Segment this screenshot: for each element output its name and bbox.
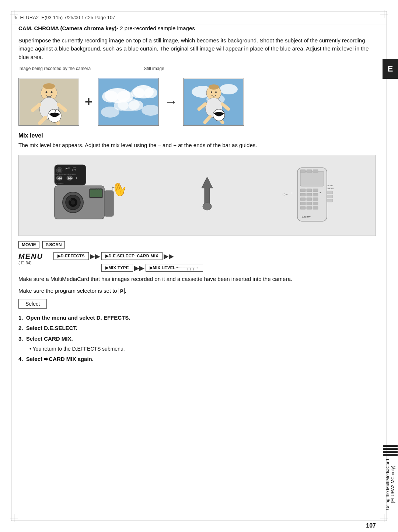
svg-point-30: [215, 91, 217, 93]
para-make-sure-1: Make sure a MultiMediaCard that has imag…: [18, 275, 376, 284]
arrow-double-3: ▶▶: [134, 264, 144, 272]
svg-rect-90: [327, 191, 333, 194]
svg-text:FRE SEARCH: FRE SEARCH: [55, 183, 64, 185]
camera-diagram-svg: ▶/II ON/ OFF SLIDE SHOW CARD E.EFFECTS ◀…: [53, 163, 132, 227]
arrow-sign: →: [164, 94, 178, 109]
menu-item-3: ▶MIX TYPE: [101, 264, 133, 272]
svg-text:▶▶: ▶▶: [68, 177, 73, 180]
svg-text:OFF: OFF: [72, 169, 76, 171]
steps-list: 1. Open the menu and select D. EFFECTS. …: [18, 314, 376, 364]
svg-rect-91: [327, 195, 333, 198]
svg-text:↑: ↑: [111, 184, 115, 192]
svg-point-3: [45, 91, 47, 93]
svg-rect-73: [313, 189, 318, 192]
svg-rect-58: [104, 191, 114, 216]
diagram-box: ▶/II ON/ OFF SLIDE SHOW CARD E.EFFECTS ◀…: [18, 155, 376, 236]
svg-rect-85: [313, 206, 318, 209]
mode-buttons: MOVIE P.SCAN: [18, 241, 376, 248]
svg-rect-72: [307, 189, 312, 192]
menu-sub: ( ☐ 34): [18, 261, 48, 265]
sky-svg: [99, 79, 158, 125]
svg-text:+: +: [320, 191, 321, 194]
effects-row-1: ▶D.EFFECTS ▶▶ ▶D.E.SELECT··CARD MIX ▶▶: [53, 252, 203, 260]
svg-rect-68: [300, 170, 306, 173]
svg-point-54: [71, 200, 75, 205]
svg-rect-92: [327, 199, 333, 202]
page-number: 107: [366, 522, 376, 529]
svg-point-17: [144, 88, 157, 98]
step-2: 2. Select D.E.SELECT.: [18, 324, 376, 333]
svg-text:◀◀: ◀◀: [57, 177, 62, 180]
image-baby-original: [18, 78, 79, 126]
pscan-btn: P.SCAN: [42, 241, 65, 248]
svg-point-16: [131, 88, 144, 98]
svg-rect-77: [300, 198, 306, 201]
menu-item-4: ▶MIX LEVEL···─┬┬┬┬→: [146, 264, 203, 272]
svg-text:– CARD +: – CARD +: [283, 193, 288, 196]
image-result: [183, 78, 244, 126]
svg-rect-76: [313, 193, 318, 196]
svg-rect-57: [90, 189, 102, 197]
sidebar-lines: [383, 445, 398, 457]
tab-e: E: [383, 59, 398, 79]
arrow-double-1: ▶▶: [90, 252, 100, 260]
svg-point-61: [95, 188, 97, 189]
menu-item-1: ▶D.EFFECTS: [53, 252, 89, 260]
svg-point-13: [102, 91, 118, 102]
remote-item: Canon – CARD + SLIDE SHOW – +: [283, 166, 342, 225]
svg-point-29: [211, 91, 212, 93]
intro-para: CAM. CHROMA (Camera chroma key)- 2 pre-r…: [18, 24, 376, 33]
svg-rect-82: [313, 202, 318, 205]
svg-rect-69: [307, 170, 312, 173]
sidebar-rotated-text: Using the MultiMediaCard (ELURA2 MC only…: [385, 459, 396, 510]
svg-rect-80: [300, 202, 306, 205]
baby-svg-2: [184, 79, 243, 125]
bullet-text: You return to the D.EFFECTS submenu.: [29, 346, 125, 352]
svg-text:SLIDE: SLIDE: [327, 184, 333, 187]
label-right: Still image: [144, 66, 164, 71]
header-text: 5_ELURA2_E(93-115) 7/25/00 17:25 Page 10…: [15, 15, 383, 20]
image-sky: [98, 78, 159, 126]
svg-point-25: [219, 84, 238, 94]
svg-rect-83: [300, 206, 306, 209]
movie-btn: MOVIE: [18, 241, 39, 248]
svg-text:ON/: ON/: [72, 166, 76, 168]
main-content: CAM. CHROMA (Camera chroma key)- 2 pre-r…: [18, 24, 376, 510]
svg-rect-70: [313, 170, 318, 173]
step-1: 1. Open the menu and select D. EFFECTS.: [18, 314, 376, 322]
step-3: 3. Select CARD MIX.: [18, 335, 376, 343]
label-left: Image being recorded by the camera: [18, 66, 91, 71]
plus-sign: +: [85, 94, 92, 109]
svg-point-39: [57, 168, 61, 172]
svg-rect-75: [307, 193, 312, 196]
baby-svg-1: [20, 79, 78, 125]
intro-bold: CAM. CHROMA (Camera chroma key): [18, 25, 116, 31]
svg-text:SLIDE SHOW CARD E.EFFECTS: SLIDE SHOW CARD E.EFFECTS: [54, 173, 76, 175]
svg-point-21: [101, 107, 119, 118]
para1: Superimpose the currently recording imag…: [18, 36, 376, 62]
svg-rect-79: [313, 198, 318, 201]
svg-point-2: [43, 83, 55, 89]
svg-rect-84: [307, 206, 312, 209]
svg-rect-78: [307, 198, 312, 201]
hand-item: [192, 175, 222, 216]
mix-para: The mix level bar appears. Adjust the mi…: [18, 141, 376, 150]
camera-item: ▶/II ON/ OFF SLIDE SHOW CARD E.EFFECTS ◀…: [53, 163, 132, 227]
svg-point-65: [203, 203, 212, 210]
step-3-sub: You return to the D.EFFECTS submenu.: [29, 345, 376, 353]
mix-level-title: Mix level: [18, 132, 376, 139]
svg-rect-81: [307, 202, 312, 205]
arrow-double-2: ▶▶: [164, 252, 174, 260]
svg-marker-64: [202, 177, 213, 205]
step-4: 4. Select ➨CARD MIX again.: [18, 355, 376, 364]
svg-text:+: +: [76, 176, 77, 180]
svg-rect-67: [300, 171, 324, 186]
menu-label: MENU: [18, 252, 43, 261]
crosshair-bottom-left: [10, 514, 18, 522]
effects-row-2: ▶MIX TYPE ▶▶ ▶MIX LEVEL···─┬┬┬┬→: [101, 264, 203, 272]
select-button[interactable]: Select: [18, 299, 47, 309]
svg-point-28: [209, 84, 219, 90]
svg-point-59: [100, 188, 101, 189]
svg-text:SHOW: SHOW: [327, 187, 334, 189]
svg-rect-71: [300, 189, 306, 192]
